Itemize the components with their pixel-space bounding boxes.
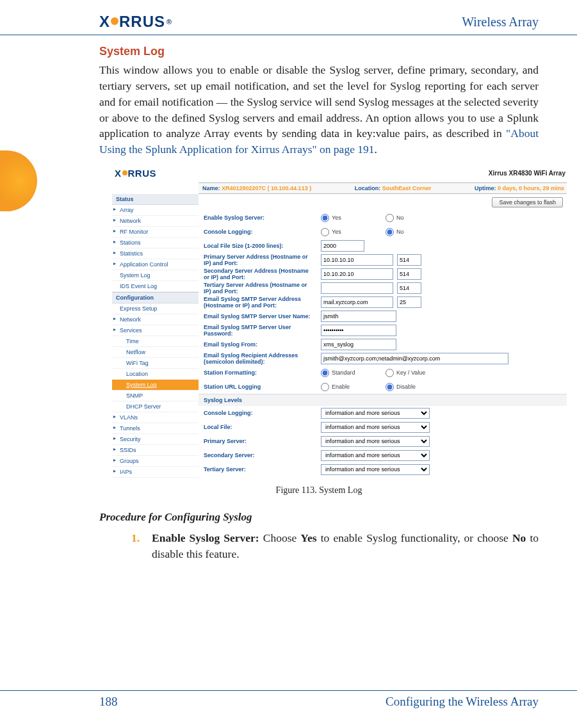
- intro-paragraph: This window allows you to enable or disa…: [99, 62, 539, 158]
- page-number: 188: [99, 695, 118, 709]
- section-title: System Log: [99, 45, 539, 58]
- nav-item-ssids[interactable]: SSIDs: [112, 445, 199, 456]
- radio-kv[interactable]: Key / Value: [386, 369, 446, 377]
- nav-sub-systemlog[interactable]: System Log: [112, 380, 199, 391]
- procedure-heading: Procedure for Configuring Syslog: [99, 511, 539, 524]
- lbl-console-logging: Console Logging:: [204, 229, 321, 235]
- radio-enable-no[interactable]: No: [386, 214, 446, 222]
- intro-text: This window allows you to enable or disa…: [99, 63, 539, 140]
- input-smtp-pass[interactable]: [321, 325, 396, 336]
- nav-head-config: Configuration: [112, 292, 199, 303]
- brand-logo: XRRUS®: [99, 13, 172, 31]
- nav-sub-netflow[interactable]: Netflow: [112, 347, 199, 358]
- figure-caption: Figure 113. System Log: [99, 485, 539, 496]
- nav-item-stations[interactable]: Stations: [112, 238, 199, 248]
- shot-topbar: Name: XR4012802207C ( 10.100.44.113 ) Lo…: [199, 182, 567, 194]
- lbl-from: Email Syslog From:: [204, 341, 321, 348]
- nav-item-array[interactable]: Array: [112, 205, 199, 216]
- sel-lv-tertiary[interactable]: information and more serious: [321, 464, 430, 475]
- sel-lv-console[interactable]: information and more serious: [321, 408, 430, 419]
- input-smtp-addr[interactable]: [321, 296, 393, 308]
- sidebar-nav: Status Array Network RF Monitor Stations…: [112, 194, 199, 478]
- step-number: 1.: [131, 530, 152, 562]
- lbl-tertiary: Tertiary Server Address (Hostname or IP)…: [204, 282, 321, 295]
- nav-item-cnetwork[interactable]: Network: [112, 314, 199, 325]
- radio-std[interactable]: Standard: [321, 369, 382, 377]
- lbl-lv-console: Console Logging:: [204, 410, 321, 416]
- input-recipients[interactable]: [321, 353, 508, 364]
- input-tertiary-port[interactable]: [397, 282, 421, 294]
- figure-screenshot: XRRUS Xirrus XR4830 WiFi Array Name: XR4…: [112, 165, 567, 478]
- doc-title: Wireless Array: [462, 15, 539, 29]
- sel-lv-file[interactable]: information and more serious: [321, 422, 430, 433]
- nav-item-vlans[interactable]: VLANs: [112, 412, 199, 423]
- sel-lv-primary[interactable]: information and more serious: [321, 436, 430, 447]
- input-primary-port[interactable]: [397, 254, 421, 266]
- nav-item-tunnels[interactable]: Tunnels: [112, 423, 199, 434]
- lbl-format: Station Formatting:: [204, 369, 321, 376]
- procedure-step-1: 1. Enable Syslog Server: Choose Yes to e…: [131, 530, 539, 562]
- input-tertiary-addr[interactable]: [321, 282, 393, 294]
- nav-item-network[interactable]: Network: [112, 216, 199, 227]
- lbl-enable-syslog: Enable Syslog Server:: [204, 214, 321, 221]
- input-from[interactable]: [321, 339, 396, 350]
- nav-item-appcontrol[interactable]: Application Control: [112, 259, 199, 270]
- input-secondary-addr[interactable]: [321, 268, 393, 280]
- lbl-smtp-pass: Email Syslog SMTP Server User Password:: [204, 324, 321, 337]
- chapter-name: Configuring the Wireless Array: [386, 695, 539, 709]
- page-footer: 188 Configuring the Wireless Array: [0, 690, 577, 709]
- page-header: XRRUS® Wireless Array: [0, 0, 577, 35]
- nav-sub-location[interactable]: Location: [112, 369, 199, 380]
- radio-url-disable[interactable]: Disable: [386, 383, 446, 391]
- lbl-filesize: Local File Size (1-2000 lines):: [204, 243, 321, 249]
- lbl-lv-primary: Primary Server:: [204, 438, 321, 444]
- syslog-levels-head: Syslog Levels: [199, 394, 567, 406]
- form-panel: Save changes to flash Enable Syslog Serv…: [199, 194, 567, 478]
- input-smtp-user[interactable]: [321, 311, 396, 322]
- nav-item-syslog[interactable]: System Log: [112, 270, 199, 281]
- lbl-recipients: Email Syslog Recipient Addresses (semico…: [204, 352, 321, 366]
- nav-item-express[interactable]: Express Setup: [112, 303, 199, 314]
- lbl-primary: Primary Server Address (Hostname or IP) …: [204, 254, 321, 267]
- input-secondary-port[interactable]: [397, 268, 421, 280]
- lbl-lv-file: Local File:: [204, 424, 321, 430]
- save-button[interactable]: Save changes to flash: [492, 197, 563, 207]
- nav-item-services[interactable]: Services: [112, 325, 199, 336]
- lbl-secondary: Secondary Server Address (Hostname or IP…: [204, 268, 321, 281]
- nav-item-ids[interactable]: IDS Event Log: [112, 281, 199, 292]
- lbl-lv-tertiary: Tertiary Server:: [204, 466, 321, 473]
- lbl-url-logging: Station URL Logging: [204, 384, 321, 390]
- input-primary-addr[interactable]: [321, 254, 393, 266]
- shot-brand-logo: XRRUS: [115, 168, 156, 179]
- lbl-smtp-user: Email Syslog SMTP Server User Name:: [204, 313, 321, 320]
- nav-sub-dhcp[interactable]: DHCP Server: [112, 401, 199, 412]
- radio-console-yes[interactable]: Yes: [321, 228, 382, 236]
- nav-item-security[interactable]: Security: [112, 434, 199, 445]
- lbl-lv-secondary: Secondary Server:: [204, 452, 321, 458]
- sel-lv-secondary[interactable]: information and more serious: [321, 450, 430, 461]
- lbl-smtp: Email Syslog SMTP Server Address (Hostna…: [204, 296, 321, 309]
- radio-url-enable[interactable]: Enable: [321, 383, 382, 391]
- nav-sub-wifitag[interactable]: WiFi Tag: [112, 358, 199, 369]
- input-filesize[interactable]: [321, 240, 364, 252]
- radio-console-no[interactable]: No: [386, 228, 446, 236]
- nav-head-status: Status: [112, 194, 199, 205]
- nav-item-rfmonitor[interactable]: RF Monitor: [112, 227, 199, 238]
- nav-sub-snmp[interactable]: SNMP: [112, 391, 199, 401]
- nav-sub-time[interactable]: Time: [112, 336, 199, 347]
- nav-item-groups[interactable]: Groups: [112, 456, 199, 467]
- nav-item-statistics[interactable]: Statistics: [112, 248, 199, 259]
- input-smtp-port[interactable]: [397, 296, 421, 308]
- device-model: Xirrus XR4830 WiFi Array: [489, 170, 565, 177]
- radio-enable-yes[interactable]: Yes: [321, 214, 382, 222]
- nav-item-iaps[interactable]: IAPs: [112, 467, 199, 478]
